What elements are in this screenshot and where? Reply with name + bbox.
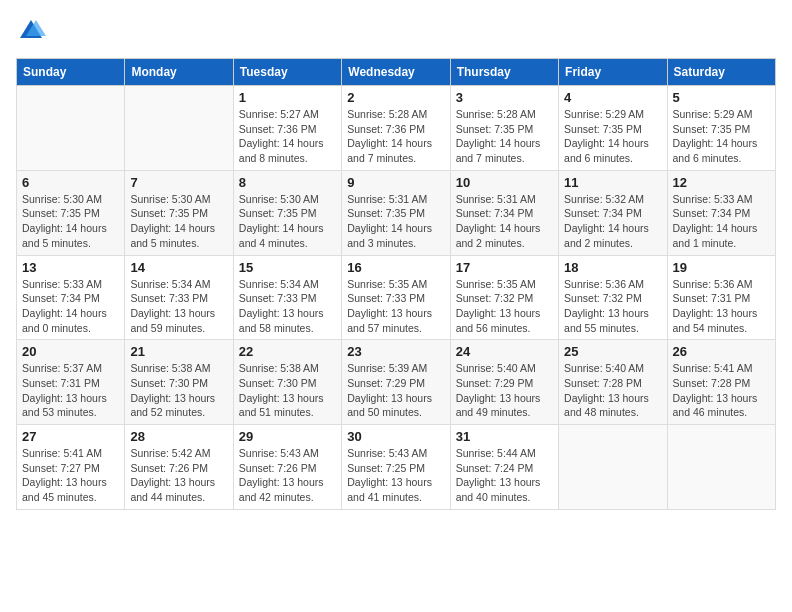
day-info: Sunrise: 5:29 AM Sunset: 7:35 PM Dayligh…	[673, 107, 770, 166]
day-number: 9	[347, 175, 444, 190]
calendar-cell: 12Sunrise: 5:33 AM Sunset: 7:34 PM Dayli…	[667, 170, 775, 255]
weekday-header: Wednesday	[342, 59, 450, 86]
page-header	[16, 16, 776, 46]
day-number: 21	[130, 344, 227, 359]
day-number: 27	[22, 429, 119, 444]
calendar-cell: 24Sunrise: 5:40 AM Sunset: 7:29 PM Dayli…	[450, 340, 558, 425]
day-number: 31	[456, 429, 553, 444]
calendar-cell: 15Sunrise: 5:34 AM Sunset: 7:33 PM Dayli…	[233, 255, 341, 340]
calendar-week-row: 13Sunrise: 5:33 AM Sunset: 7:34 PM Dayli…	[17, 255, 776, 340]
day-info: Sunrise: 5:38 AM Sunset: 7:30 PM Dayligh…	[239, 361, 336, 420]
day-info: Sunrise: 5:33 AM Sunset: 7:34 PM Dayligh…	[22, 277, 119, 336]
day-number: 7	[130, 175, 227, 190]
day-number: 30	[347, 429, 444, 444]
day-info: Sunrise: 5:43 AM Sunset: 7:25 PM Dayligh…	[347, 446, 444, 505]
day-info: Sunrise: 5:29 AM Sunset: 7:35 PM Dayligh…	[564, 107, 661, 166]
calendar-cell: 30Sunrise: 5:43 AM Sunset: 7:25 PM Dayli…	[342, 425, 450, 510]
calendar-week-row: 1Sunrise: 5:27 AM Sunset: 7:36 PM Daylig…	[17, 86, 776, 171]
day-number: 6	[22, 175, 119, 190]
day-number: 5	[673, 90, 770, 105]
day-number: 17	[456, 260, 553, 275]
weekday-header: Tuesday	[233, 59, 341, 86]
day-info: Sunrise: 5:40 AM Sunset: 7:28 PM Dayligh…	[564, 361, 661, 420]
logo	[16, 16, 50, 46]
calendar-cell: 7Sunrise: 5:30 AM Sunset: 7:35 PM Daylig…	[125, 170, 233, 255]
calendar-cell: 8Sunrise: 5:30 AM Sunset: 7:35 PM Daylig…	[233, 170, 341, 255]
day-number: 3	[456, 90, 553, 105]
day-info: Sunrise: 5:30 AM Sunset: 7:35 PM Dayligh…	[130, 192, 227, 251]
day-number: 2	[347, 90, 444, 105]
weekday-header: Saturday	[667, 59, 775, 86]
day-info: Sunrise: 5:35 AM Sunset: 7:33 PM Dayligh…	[347, 277, 444, 336]
day-number: 26	[673, 344, 770, 359]
calendar-cell: 20Sunrise: 5:37 AM Sunset: 7:31 PM Dayli…	[17, 340, 125, 425]
calendar-cell: 18Sunrise: 5:36 AM Sunset: 7:32 PM Dayli…	[559, 255, 667, 340]
day-number: 25	[564, 344, 661, 359]
calendar-week-row: 6Sunrise: 5:30 AM Sunset: 7:35 PM Daylig…	[17, 170, 776, 255]
calendar-cell: 31Sunrise: 5:44 AM Sunset: 7:24 PM Dayli…	[450, 425, 558, 510]
day-info: Sunrise: 5:41 AM Sunset: 7:28 PM Dayligh…	[673, 361, 770, 420]
day-info: Sunrise: 5:34 AM Sunset: 7:33 PM Dayligh…	[130, 277, 227, 336]
day-info: Sunrise: 5:36 AM Sunset: 7:32 PM Dayligh…	[564, 277, 661, 336]
day-info: Sunrise: 5:37 AM Sunset: 7:31 PM Dayligh…	[22, 361, 119, 420]
calendar-cell: 23Sunrise: 5:39 AM Sunset: 7:29 PM Dayli…	[342, 340, 450, 425]
day-number: 4	[564, 90, 661, 105]
day-info: Sunrise: 5:39 AM Sunset: 7:29 PM Dayligh…	[347, 361, 444, 420]
day-info: Sunrise: 5:35 AM Sunset: 7:32 PM Dayligh…	[456, 277, 553, 336]
day-number: 18	[564, 260, 661, 275]
weekday-header: Sunday	[17, 59, 125, 86]
calendar-table: SundayMondayTuesdayWednesdayThursdayFrid…	[16, 58, 776, 510]
day-info: Sunrise: 5:31 AM Sunset: 7:34 PM Dayligh…	[456, 192, 553, 251]
calendar-cell: 6Sunrise: 5:30 AM Sunset: 7:35 PM Daylig…	[17, 170, 125, 255]
day-number: 12	[673, 175, 770, 190]
day-info: Sunrise: 5:43 AM Sunset: 7:26 PM Dayligh…	[239, 446, 336, 505]
calendar-cell	[667, 425, 775, 510]
day-info: Sunrise: 5:27 AM Sunset: 7:36 PM Dayligh…	[239, 107, 336, 166]
day-info: Sunrise: 5:38 AM Sunset: 7:30 PM Dayligh…	[130, 361, 227, 420]
calendar-week-row: 27Sunrise: 5:41 AM Sunset: 7:27 PM Dayli…	[17, 425, 776, 510]
calendar-cell: 11Sunrise: 5:32 AM Sunset: 7:34 PM Dayli…	[559, 170, 667, 255]
calendar-cell: 2Sunrise: 5:28 AM Sunset: 7:36 PM Daylig…	[342, 86, 450, 171]
calendar-cell: 5Sunrise: 5:29 AM Sunset: 7:35 PM Daylig…	[667, 86, 775, 171]
day-info: Sunrise: 5:40 AM Sunset: 7:29 PM Dayligh…	[456, 361, 553, 420]
day-number: 10	[456, 175, 553, 190]
day-number: 23	[347, 344, 444, 359]
calendar-cell: 22Sunrise: 5:38 AM Sunset: 7:30 PM Dayli…	[233, 340, 341, 425]
day-info: Sunrise: 5:30 AM Sunset: 7:35 PM Dayligh…	[22, 192, 119, 251]
calendar-header-row: SundayMondayTuesdayWednesdayThursdayFrid…	[17, 59, 776, 86]
day-info: Sunrise: 5:44 AM Sunset: 7:24 PM Dayligh…	[456, 446, 553, 505]
day-number: 8	[239, 175, 336, 190]
calendar-cell: 14Sunrise: 5:34 AM Sunset: 7:33 PM Dayli…	[125, 255, 233, 340]
day-number: 24	[456, 344, 553, 359]
day-info: Sunrise: 5:32 AM Sunset: 7:34 PM Dayligh…	[564, 192, 661, 251]
day-info: Sunrise: 5:36 AM Sunset: 7:31 PM Dayligh…	[673, 277, 770, 336]
day-number: 16	[347, 260, 444, 275]
logo-icon	[16, 16, 46, 46]
calendar-cell	[125, 86, 233, 171]
day-info: Sunrise: 5:41 AM Sunset: 7:27 PM Dayligh…	[22, 446, 119, 505]
day-info: Sunrise: 5:34 AM Sunset: 7:33 PM Dayligh…	[239, 277, 336, 336]
calendar-cell: 26Sunrise: 5:41 AM Sunset: 7:28 PM Dayli…	[667, 340, 775, 425]
day-number: 22	[239, 344, 336, 359]
calendar-cell: 27Sunrise: 5:41 AM Sunset: 7:27 PM Dayli…	[17, 425, 125, 510]
day-number: 28	[130, 429, 227, 444]
day-number: 20	[22, 344, 119, 359]
day-number: 11	[564, 175, 661, 190]
day-number: 1	[239, 90, 336, 105]
day-info: Sunrise: 5:30 AM Sunset: 7:35 PM Dayligh…	[239, 192, 336, 251]
calendar-cell: 28Sunrise: 5:42 AM Sunset: 7:26 PM Dayli…	[125, 425, 233, 510]
calendar-cell: 29Sunrise: 5:43 AM Sunset: 7:26 PM Dayli…	[233, 425, 341, 510]
calendar-cell: 16Sunrise: 5:35 AM Sunset: 7:33 PM Dayli…	[342, 255, 450, 340]
calendar-cell: 25Sunrise: 5:40 AM Sunset: 7:28 PM Dayli…	[559, 340, 667, 425]
day-info: Sunrise: 5:42 AM Sunset: 7:26 PM Dayligh…	[130, 446, 227, 505]
calendar-cell: 9Sunrise: 5:31 AM Sunset: 7:35 PM Daylig…	[342, 170, 450, 255]
calendar-cell: 21Sunrise: 5:38 AM Sunset: 7:30 PM Dayli…	[125, 340, 233, 425]
calendar-cell: 19Sunrise: 5:36 AM Sunset: 7:31 PM Dayli…	[667, 255, 775, 340]
calendar-cell: 3Sunrise: 5:28 AM Sunset: 7:35 PM Daylig…	[450, 86, 558, 171]
day-info: Sunrise: 5:31 AM Sunset: 7:35 PM Dayligh…	[347, 192, 444, 251]
calendar-cell: 4Sunrise: 5:29 AM Sunset: 7:35 PM Daylig…	[559, 86, 667, 171]
day-info: Sunrise: 5:28 AM Sunset: 7:35 PM Dayligh…	[456, 107, 553, 166]
day-info: Sunrise: 5:33 AM Sunset: 7:34 PM Dayligh…	[673, 192, 770, 251]
weekday-header: Monday	[125, 59, 233, 86]
day-number: 15	[239, 260, 336, 275]
